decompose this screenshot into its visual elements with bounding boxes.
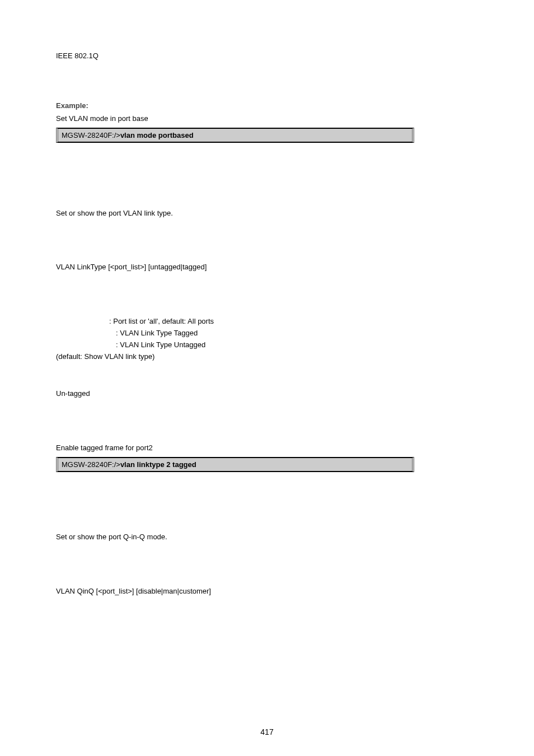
code-cmd: vlan mode portbased	[120, 131, 194, 139]
page-container: IEEE 802.1Q Example: Set VLAN mode in po…	[0, 0, 534, 756]
code-content: MGSW-28240F:/>vlan mode portbased	[62, 131, 194, 139]
top-line: IEEE 802.1Q	[56, 50, 478, 62]
example-lead-text: Set VLAN mode in port base	[56, 113, 478, 125]
page-number: 417	[0, 727, 534, 736]
qinq-desc-text: Set or show the port Q-in-Q mode.	[56, 531, 478, 543]
example-heading: Example:	[56, 101, 478, 110]
code-cmd: vlan linktype 2 tagged	[120, 460, 196, 469]
linktype-default-value: Un-tagged	[56, 388, 478, 400]
param-row: Tagged : VLAN Link Type Tagged	[56, 328, 478, 339]
param-desc: : VLAN Link Type Tagged	[109, 328, 478, 339]
code-prefix: MGSW-28240F:/>	[62, 131, 120, 139]
qinq-syntax-text: VLAN QinQ [<port_list>] [disable|man|cus…	[56, 586, 478, 598]
code-box-portbased: MGSW-28240F:/>vlan mode portbased	[56, 128, 414, 143]
linktype-example-lead: Enable tagged frame for port2	[56, 442, 478, 454]
linktype-syntax-text: VLAN LinkType [<port_list>] [untagged|ta…	[56, 262, 478, 273]
param-row: Untagged : VLAN Link Type Untagged	[56, 339, 478, 351]
code-content: MGSW-28240F:/>vlan linktype 2 tagged	[62, 460, 196, 469]
code-box-linktype: MGSW-28240F:/>vlan linktype 2 tagged	[56, 457, 414, 472]
linktype-desc-text: Set or show the port VLAN link type.	[56, 208, 478, 220]
param-desc: : VLAN Link Type Untagged	[109, 339, 478, 351]
linktype-default-line: (default: Show VLAN link type)	[56, 351, 478, 363]
code-prefix: MGSW-28240F:/>	[62, 460, 120, 469]
param-desc: : Port list or 'all', default: All ports	[109, 316, 478, 328]
param-row: <port_list> : Port list or 'all', defaul…	[56, 316, 478, 328]
